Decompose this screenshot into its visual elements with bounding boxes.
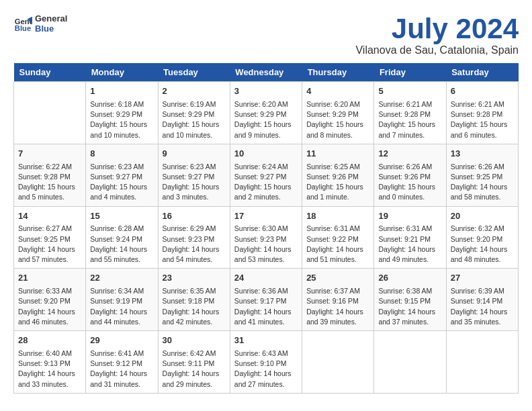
day-number: 4 xyxy=(306,85,369,98)
day-number: 7 xyxy=(18,148,81,161)
daylight-text: Daylight: 15 hours and 6 minutes. xyxy=(451,120,508,138)
daylight-text: Daylight: 14 hours and 58 minutes. xyxy=(451,183,508,201)
sunrise-text: Sunrise: 6:22 AM xyxy=(18,163,72,171)
day-header-sunday: Sunday xyxy=(14,63,86,82)
day-number: 16 xyxy=(163,210,226,223)
logo-text-general: General xyxy=(35,13,67,24)
day-number: 2 xyxy=(163,85,226,98)
calendar-cell: 7Sunrise: 6:22 AMSunset: 9:28 PMDaylight… xyxy=(14,144,86,206)
calendar-cell: 5Sunrise: 6:21 AMSunset: 9:28 PMDaylight… xyxy=(374,82,446,144)
day-number: 10 xyxy=(234,148,298,161)
day-number: 12 xyxy=(378,148,441,161)
day-number: 26 xyxy=(378,272,441,285)
sunset-text: Sunset: 9:23 PM xyxy=(163,235,215,243)
sunset-text: Sunset: 9:23 PM xyxy=(234,235,287,243)
sunrise-text: Sunrise: 6:28 AM xyxy=(90,224,144,232)
calendar-cell: 24Sunrise: 6:36 AMSunset: 9:17 PMDayligh… xyxy=(230,269,302,331)
calendar-cell: 14Sunrise: 6:27 AMSunset: 9:25 PMDayligh… xyxy=(14,206,86,269)
sunrise-text: Sunrise: 6:23 AM xyxy=(90,163,144,171)
sunrise-text: Sunrise: 6:30 AM xyxy=(234,224,288,232)
day-number: 14 xyxy=(18,210,81,223)
daylight-text: Daylight: 15 hours and 1 minute. xyxy=(306,183,363,201)
day-number: 3 xyxy=(234,85,298,98)
daylight-text: Daylight: 14 hours and 51 minutes. xyxy=(306,245,363,263)
week-row-3: 14Sunrise: 6:27 AMSunset: 9:25 PMDayligh… xyxy=(14,206,519,269)
sunset-text: Sunset: 9:13 PM xyxy=(18,359,71,367)
daylight-text: Daylight: 15 hours and 10 minutes. xyxy=(163,120,220,138)
day-number: 22 xyxy=(90,272,153,285)
sunset-text: Sunset: 9:17 PM xyxy=(234,297,287,305)
calendar-cell: 2Sunrise: 6:19 AMSunset: 9:29 PMDaylight… xyxy=(158,82,230,144)
week-row-1: 1Sunrise: 6:18 AMSunset: 9:29 PMDaylight… xyxy=(14,82,519,144)
sunset-text: Sunset: 9:12 PM xyxy=(90,359,142,367)
calendar-cell: 25Sunrise: 6:37 AMSunset: 9:16 PMDayligh… xyxy=(302,269,374,331)
sunset-text: Sunset: 9:27 PM xyxy=(234,173,287,181)
day-number: 27 xyxy=(451,272,514,285)
logo-text-blue: Blue xyxy=(35,24,67,34)
day-number: 23 xyxy=(163,272,226,285)
calendar-cell: 20Sunrise: 6:32 AMSunset: 9:20 PMDayligh… xyxy=(446,206,518,269)
sunrise-text: Sunrise: 6:39 AM xyxy=(451,287,504,295)
sunrise-text: Sunrise: 6:42 AM xyxy=(163,349,216,357)
day-number: 15 xyxy=(90,210,153,223)
daylight-text: Daylight: 15 hours and 5 minutes. xyxy=(18,183,75,201)
day-number: 25 xyxy=(306,272,369,285)
sunrise-text: Sunrise: 6:36 AM xyxy=(234,287,288,295)
sunset-text: Sunset: 9:11 PM xyxy=(163,359,215,367)
sunrise-text: Sunrise: 6:21 AM xyxy=(451,100,504,108)
day-header-wednesday: Wednesday xyxy=(230,63,302,82)
sunset-text: Sunset: 9:10 PM xyxy=(234,359,287,367)
daylight-text: Daylight: 14 hours and 53 minutes. xyxy=(234,245,292,263)
sunset-text: Sunset: 9:25 PM xyxy=(451,173,503,181)
calendar-cell: 23Sunrise: 6:35 AMSunset: 9:18 PMDayligh… xyxy=(158,269,230,331)
daylight-text: Daylight: 14 hours and 57 minutes. xyxy=(18,245,75,263)
sunrise-text: Sunrise: 6:24 AM xyxy=(234,163,288,171)
day-number: 5 xyxy=(378,85,441,98)
day-header-tuesday: Tuesday xyxy=(158,63,230,82)
daylight-text: Daylight: 14 hours and 39 minutes. xyxy=(306,308,363,326)
calendar-cell: 9Sunrise: 6:23 AMSunset: 9:27 PMDaylight… xyxy=(158,144,230,206)
calendar-cell: 26Sunrise: 6:38 AMSunset: 9:15 PMDayligh… xyxy=(374,269,446,331)
sunset-text: Sunset: 9:28 PM xyxy=(18,173,71,181)
sunset-text: Sunset: 9:29 PM xyxy=(90,110,142,118)
day-number: 30 xyxy=(163,334,226,347)
calendar-cell: 11Sunrise: 6:25 AMSunset: 9:26 PMDayligh… xyxy=(302,144,374,206)
day-number: 1 xyxy=(90,85,153,98)
calendar-cell: 17Sunrise: 6:30 AMSunset: 9:23 PMDayligh… xyxy=(230,206,302,269)
day-header-friday: Friday xyxy=(374,63,446,82)
calendar-cell: 10Sunrise: 6:24 AMSunset: 9:27 PMDayligh… xyxy=(230,144,302,206)
calendar-cell: 18Sunrise: 6:31 AMSunset: 9:22 PMDayligh… xyxy=(302,206,374,269)
daylight-text: Daylight: 14 hours and 27 minutes. xyxy=(234,369,292,387)
calendar-cell: 6Sunrise: 6:21 AMSunset: 9:28 PMDaylight… xyxy=(446,82,518,144)
calendar-cell xyxy=(14,82,86,144)
svg-text:Blue: Blue xyxy=(15,24,31,32)
day-number: 9 xyxy=(163,148,226,161)
day-number: 24 xyxy=(234,272,298,285)
calendar-cell: 21Sunrise: 6:33 AMSunset: 9:20 PMDayligh… xyxy=(14,269,86,331)
sunrise-text: Sunrise: 6:33 AM xyxy=(18,287,72,295)
calendar-cell: 16Sunrise: 6:29 AMSunset: 9:23 PMDayligh… xyxy=(158,206,230,269)
sunset-text: Sunset: 9:28 PM xyxy=(378,110,431,118)
sunset-text: Sunset: 9:29 PM xyxy=(234,110,287,118)
sunrise-text: Sunrise: 6:38 AM xyxy=(378,287,432,295)
sunset-text: Sunset: 9:26 PM xyxy=(306,173,359,181)
page-header: General Blue General Blue July 2024 Vila… xyxy=(13,13,519,56)
sunset-text: Sunset: 9:28 PM xyxy=(451,110,503,118)
day-number: 28 xyxy=(18,334,81,347)
logo: General Blue General Blue xyxy=(13,13,67,34)
sunset-text: Sunset: 9:22 PM xyxy=(306,235,359,243)
sunset-text: Sunset: 9:20 PM xyxy=(18,297,71,305)
daylight-text: Daylight: 14 hours and 31 minutes. xyxy=(90,369,147,387)
sunset-text: Sunset: 9:21 PM xyxy=(378,235,431,243)
daylight-text: Daylight: 14 hours and 46 minutes. xyxy=(18,308,75,326)
daylight-text: Daylight: 15 hours and 3 minutes. xyxy=(163,183,220,201)
daylight-text: Daylight: 15 hours and 4 minutes. xyxy=(90,183,147,201)
daylight-text: Daylight: 14 hours and 29 minutes. xyxy=(163,369,220,387)
sunrise-text: Sunrise: 6:20 AM xyxy=(306,100,360,108)
sunrise-text: Sunrise: 6:26 AM xyxy=(451,163,504,171)
daylight-text: Daylight: 14 hours and 54 minutes. xyxy=(163,245,220,263)
daylight-text: Daylight: 14 hours and 35 minutes. xyxy=(451,308,508,326)
day-number: 13 xyxy=(451,148,514,161)
calendar-body: 1Sunrise: 6:18 AMSunset: 9:29 PMDaylight… xyxy=(14,82,519,394)
sunrise-text: Sunrise: 6:25 AM xyxy=(306,163,360,171)
